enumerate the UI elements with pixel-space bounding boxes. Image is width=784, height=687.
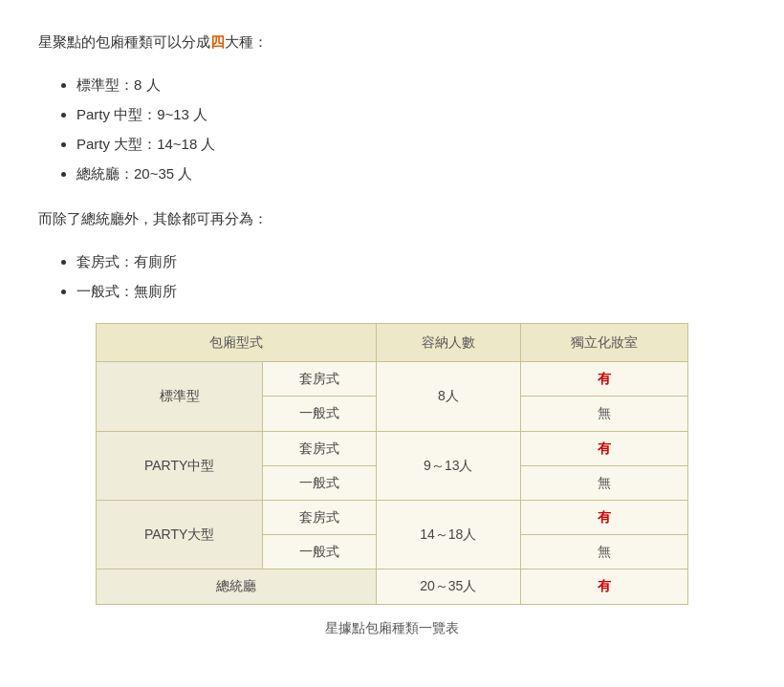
list-item: 標準型：8 人 <box>76 72 746 97</box>
room-type-label: PARTY大型 <box>97 500 263 569</box>
table-wrapper: 包廂型式 容納人數 獨立化妝室 標準型 套房式 8人 有 一般式 無 PARTY… <box>38 323 746 640</box>
capacity-cell: 20～35人 <box>377 569 521 604</box>
intro-text-after: 大種： <box>225 33 268 50</box>
table-row: PARTY中型 套房式 9～13人 有 <box>97 431 688 465</box>
makeup-cell: 無 <box>520 535 687 569</box>
list-item: 套房式：有廁所 <box>76 248 746 274</box>
makeup-cell: 有 <box>520 569 687 604</box>
subtype-label: 套房式 <box>263 500 377 534</box>
capacity-cell: 14～18人 <box>377 500 521 569</box>
subtype-label: 一般式 <box>263 535 377 569</box>
section2-text: 而除了總統廳外，其餘都可再分為： <box>38 205 746 231</box>
highlight-four: 四 <box>210 33 225 50</box>
makeup-cell: 有 <box>520 362 687 397</box>
intro-paragraph: 星聚點的包廂種類可以分成四大種： <box>38 29 746 54</box>
table-row: 標準型 套房式 8人 有 <box>97 362 688 397</box>
col-header-type: 包廂型式 <box>97 324 377 362</box>
subtypes-list: 套房式：有廁所 一般式：無廁所 <box>38 248 746 304</box>
room-type-label: 總統廳 <box>97 569 377 604</box>
table-row: PARTY大型 套房式 14～18人 有 <box>97 500 688 534</box>
subtype-label: 套房式 <box>263 362 377 397</box>
makeup-cell: 無 <box>520 397 687 431</box>
list-item: Party 大型：14~18 人 <box>76 131 746 157</box>
room-type-label: PARTY中型 <box>97 431 263 500</box>
list-item: Party 中型：9~13 人 <box>76 101 746 127</box>
col-header-capacity: 容納人數 <box>377 324 521 362</box>
col-header-makeup: 獨立化妝室 <box>520 324 687 362</box>
intro-text-before: 星聚點的包廂種類可以分成 <box>38 33 210 50</box>
makeup-cell: 有 <box>520 500 687 534</box>
room-type-label: 標準型 <box>97 362 263 431</box>
capacity-cell: 9～13人 <box>377 431 521 500</box>
table-caption: 星據點包廂種類一覽表 <box>325 616 459 640</box>
list-item: 一般式：無廁所 <box>76 278 746 304</box>
subtype-label: 一般式 <box>263 465 377 500</box>
subtype-label: 一般式 <box>263 397 377 431</box>
table-row: 總統廳 20～35人 有 <box>97 569 688 604</box>
makeup-cell: 無 <box>520 465 687 500</box>
makeup-cell: 有 <box>520 431 687 465</box>
capacity-cell: 8人 <box>377 362 521 431</box>
list-item: 總統廳：20~35 人 <box>76 161 746 186</box>
subtype-label: 套房式 <box>263 431 377 465</box>
room-table: 包廂型式 容納人數 獨立化妝室 標準型 套房式 8人 有 一般式 無 PARTY… <box>96 323 688 605</box>
room-types-list: 標準型：8 人 Party 中型：9~13 人 Party 大型：14~18 人… <box>38 72 746 186</box>
